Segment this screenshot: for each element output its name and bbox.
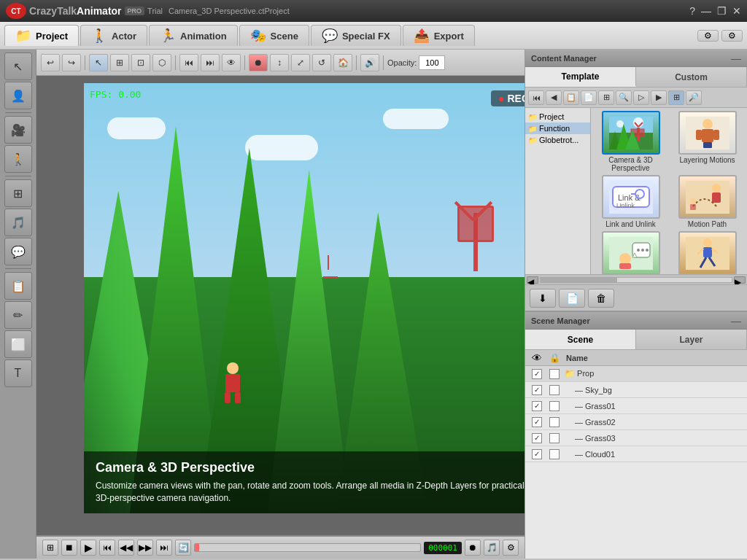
ct-btn-9[interactable]: ⊞ (668, 90, 684, 105)
ct-btn-5[interactable]: ⊞ (598, 90, 614, 105)
loop-btn[interactable]: 🔄 (175, 540, 191, 556)
grass02-lock[interactable] (549, 417, 560, 427)
move-tool[interactable]: ↕ (270, 54, 289, 71)
ct-btn-4[interactable]: 📄 (581, 90, 597, 105)
content-add-btn[interactable]: 📄 (559, 289, 585, 308)
prop-lock[interactable] (549, 369, 560, 379)
tab-custom[interactable]: Custom (636, 67, 747, 87)
skybg-visibility[interactable] (532, 385, 542, 395)
bone-tool[interactable]: ⊡ (131, 54, 150, 71)
tab-template[interactable]: Template (525, 67, 636, 87)
grid-item-motion[interactable]: Motion Path (670, 175, 744, 228)
scene-manager-close[interactable]: — (731, 315, 741, 327)
grid-item-layering[interactable]: Layering Motions (670, 111, 744, 172)
sidebar-btn-pen[interactable]: ✏ (4, 301, 32, 329)
forward-btn[interactable]: ▶▶ (137, 540, 153, 556)
content-delete-btn[interactable]: 🗑 (588, 289, 614, 308)
cloud01-visibility[interactable] (532, 449, 542, 459)
settings-btn-1[interactable]: ⚙ (697, 30, 719, 42)
scene-row-grass02[interactable]: — Grass02 (525, 414, 747, 430)
scroll-track[interactable] (540, 277, 732, 283)
next-frame-btn[interactable]: ⏭ (156, 540, 172, 556)
scene-row-grass01[interactable]: — Grass01 (525, 398, 747, 414)
prop-visibility[interactable] (532, 369, 542, 379)
cloud01-lock[interactable] (549, 449, 560, 459)
timeline-icon[interactable]: ⊞ (42, 540, 58, 556)
tree-item-globetrot[interactable]: 📁 Globetrot... (525, 134, 590, 146)
audio-btn[interactable]: 🎵 (484, 540, 500, 556)
home-tool[interactable]: 🏠 (333, 54, 352, 71)
maximize-btn[interactable]: ❐ (717, 5, 727, 17)
select-tool[interactable]: ↖ (89, 54, 108, 71)
scene-row-skybg[interactable]: — Sky_bg (525, 382, 747, 398)
grid-item-talk[interactable]: Talk Profiles (594, 231, 667, 274)
grass01-lock[interactable] (549, 401, 560, 411)
transform-tool[interactable]: ⊞ (110, 54, 129, 71)
sidebar-btn-grid[interactable]: ⊞ (4, 179, 32, 207)
sidebar-btn-camera[interactable]: 🎥 (4, 116, 32, 144)
redo-btn[interactable]: ↪ (62, 54, 81, 71)
grid-item-walk[interactable]: Walk Control (670, 231, 744, 274)
sidebar-btn-notes[interactable]: 📋 (4, 272, 32, 300)
ct-btn-1[interactable]: ⏮ (528, 90, 544, 105)
skybg-lock[interactable] (549, 385, 560, 395)
next-key[interactable]: ⏭ (201, 54, 220, 71)
tab-scene-layer[interactable]: Layer (636, 330, 747, 349)
audio-tool[interactable]: 🔊 (360, 54, 379, 71)
play-btn[interactable]: ▶ (80, 540, 96, 556)
content-manager-close[interactable]: — (731, 52, 741, 64)
rotate-tool[interactable]: ↺ (312, 54, 331, 71)
close-btn[interactable]: ✕ (732, 5, 741, 17)
sidebar-btn-eraser[interactable]: ⬜ (4, 330, 32, 358)
content-scrollbar-h[interactable]: ◀ ▶ (525, 274, 747, 284)
scene-row-cloud01[interactable]: — Cloud01 (525, 446, 747, 462)
grid-item-camera[interactable]: Camera & 3DPerspective (594, 111, 667, 172)
rewind-btn[interactable]: ◀◀ (118, 540, 134, 556)
sidebar-btn-text[interactable]: T (4, 359, 32, 387)
stop-btn[interactable]: ⏹ (61, 540, 77, 556)
ct-btn-7[interactable]: ▷ (633, 90, 649, 105)
record-btn[interactable]: ⏺ (465, 540, 481, 556)
ct-btn-10[interactable]: 🔎 (686, 90, 702, 105)
ct-btn-8[interactable]: ▶ (651, 90, 667, 105)
mesh-tool[interactable]: ⬡ (152, 54, 171, 71)
tab-scene[interactable]: 🎭 Scene (239, 25, 309, 46)
help-btn[interactable]: ? (689, 5, 695, 17)
timeline-scrubber[interactable] (194, 543, 421, 552)
grass03-lock[interactable] (549, 433, 560, 443)
move2-tool[interactable]: ⤢ (291, 54, 310, 71)
undo-btn[interactable]: ↩ (41, 54, 60, 71)
tab-export[interactable]: 📤 Export (403, 25, 475, 46)
settings-btn-2[interactable]: ⚙ (721, 30, 743, 42)
eye-tool[interactable]: 👁 (222, 54, 241, 71)
sidebar-btn-person[interactable]: 🚶 (4, 145, 32, 173)
tree-item-function[interactable]: 📁 Function (525, 122, 590, 134)
scroll-thumb[interactable] (541, 278, 617, 282)
ct-btn-3[interactable]: 📋 (563, 90, 579, 105)
sidebar-btn-actor[interactable]: 👤 (4, 82, 32, 109)
scene-row-grass03[interactable]: — Grass03 (525, 430, 747, 446)
grass03-visibility[interactable] (532, 433, 542, 443)
tree-item-project[interactable]: 📁 Project (525, 111, 590, 122)
ct-btn-2[interactable]: ◀ (546, 90, 562, 105)
tab-scene-scene[interactable]: Scene (525, 330, 636, 349)
ct-btn-6[interactable]: 🔍 (616, 90, 632, 105)
tab-animation[interactable]: 🏃 Animation (149, 25, 238, 46)
tab-project[interactable]: 📁 Project (4, 25, 79, 46)
tab-actor[interactable]: 🚶 Actor (80, 25, 147, 46)
tab-specialfx[interactable]: 💬 Special FX (311, 25, 401, 46)
minimize-btn[interactable]: — (701, 5, 711, 17)
grass02-visibility[interactable] (532, 417, 542, 427)
prev-frame-btn[interactable]: ⏮ (99, 540, 115, 556)
sidebar-btn-cursor[interactable]: ↖ (4, 52, 32, 80)
grass01-visibility[interactable] (532, 401, 542, 411)
content-download-btn[interactable]: ⬇ (530, 289, 556, 308)
sidebar-btn-music[interactable]: 🎵 (4, 209, 32, 236)
opacity-input[interactable] (419, 55, 445, 70)
record-btn[interactable]: ⏺ (249, 54, 268, 71)
scene-row-prop[interactable]: 📁 Prop (525, 366, 747, 382)
prev-key[interactable]: ⏮ (179, 54, 198, 71)
scroll-right-btn[interactable]: ▶ (734, 276, 746, 284)
playback-settings[interactable]: ⚙ (503, 540, 519, 556)
canvas-area[interactable]: FPS: 0.00 ● REC Camera & 3D Perspective … (36, 76, 525, 559)
